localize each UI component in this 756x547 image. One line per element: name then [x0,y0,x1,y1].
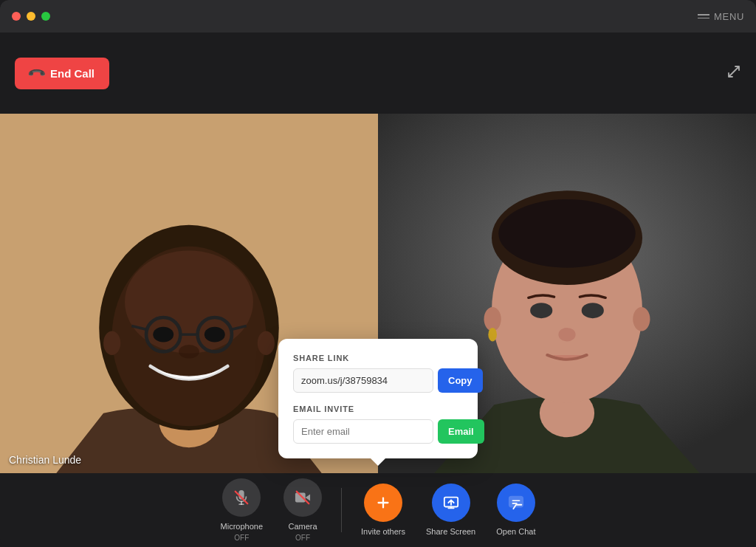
chat-icon [508,495,524,511]
traffic-lights [12,12,50,21]
invite-others-button[interactable]: Invite others [354,481,413,540]
camera-label: Camera [288,521,317,531]
svg-point-5 [125,251,253,354]
end-call-button[interactable]: 📞 End Call [15,58,109,89]
open-chat-label: Open Chat [496,526,535,537]
svg-point-15 [258,331,275,355]
titlebar: MENU [0,0,756,32]
minimize-button[interactable] [27,12,35,21]
camera-icon-circle [284,478,322,517]
share-screen-icon-circle [432,484,470,522]
email-invite-label: EMAIL INVITE [293,405,463,413]
menu-button[interactable]: MENU [698,11,744,22]
toolbar-group-left: Microphone OFF Camera OFF [213,475,329,544]
invite-popup: SHARE LINK Copy EMAIL INVITE Email [278,339,478,458]
email-button[interactable]: Email [438,419,484,444]
microphone-label: Microphone [221,521,263,531]
microphone-sublabel: OFF [234,534,249,542]
svg-point-14 [103,331,120,355]
invite-icon-circle [364,484,402,522]
expand-button[interactable] [726,64,741,83]
invite-label: Invite others [361,526,405,537]
share-screen-label: Share Screen [426,526,475,537]
svg-point-7 [205,327,225,343]
menu-icon [698,14,709,18]
share-screen-button[interactable]: Share Screen [419,481,483,540]
microphone-icon-circle [222,478,261,517]
share-screen-icon [443,495,459,511]
camera-sublabel: OFF [295,534,310,542]
svg-point-21 [498,199,636,268]
svg-point-23 [633,307,650,331]
svg-point-22 [484,307,501,331]
main-content: 📞 End Call [0,32,756,547]
open-chat-button[interactable]: Open Chat [489,481,543,540]
share-link-input[interactable] [293,368,433,393]
email-input[interactable] [293,419,433,444]
plus-icon [375,495,391,511]
email-row: Email [293,419,463,444]
svg-point-6 [153,327,173,343]
end-call-label: End Call [50,67,94,80]
svg-point-27 [558,328,575,342]
copy-button[interactable]: Copy [438,368,483,393]
expand-icon [726,64,741,79]
share-link-row: Copy [293,368,463,393]
share-link-label: SHARE LINK [293,354,463,362]
camera-button[interactable]: Camera OFF [276,475,329,544]
svg-point-25 [530,303,552,318]
svg-point-13 [179,345,199,359]
menu-label: MENU [714,11,744,22]
participant-name-left: Christian Lunde [9,454,81,466]
svg-point-24 [488,328,497,342]
svg-point-26 [582,303,604,318]
close-button[interactable] [12,12,21,21]
toolbar: Microphone OFF Camera OFF [0,473,756,547]
microphone-off-icon [233,489,250,506]
phone-icon: 📞 [27,63,47,83]
open-chat-icon-circle [497,484,535,522]
camera-off-icon [295,489,311,506]
fullscreen-button[interactable] [41,12,50,21]
toolbar-divider [341,488,342,532]
toolbar-group-right: Invite others Share Screen [354,481,543,540]
microphone-button[interactable]: Microphone OFF [213,475,270,544]
topbar: 📞 End Call [0,32,756,114]
